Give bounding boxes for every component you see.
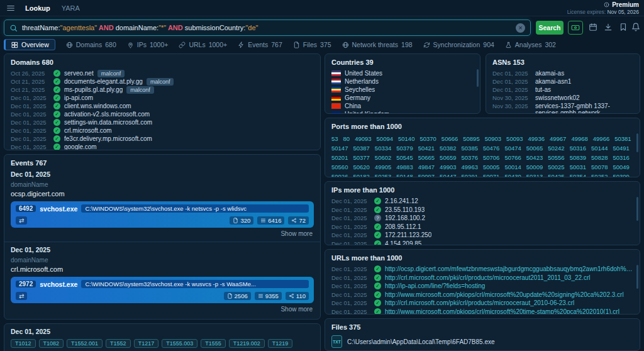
domain-link[interactable]: fe3cr.delivery.mp.microsoft.com: [64, 135, 152, 142]
section-tab[interactable]: URLs 1000+: [179, 41, 227, 48]
port-link[interactable]: 50839: [570, 154, 586, 161]
ip-link[interactable]: 208.95.112.1: [385, 223, 421, 230]
malconf-tag[interactable]: malconf: [126, 86, 154, 94]
port-link[interactable]: 49093: [355, 135, 371, 142]
port-link[interactable]: 50385: [462, 145, 478, 152]
port-link[interactable]: 50666: [441, 135, 458, 142]
port-link[interactable]: 49903: [440, 164, 456, 170]
port-link[interactable]: 50093: [506, 135, 523, 142]
port-link[interactable]: 50148: [396, 173, 413, 177]
process-card[interactable]: 6492 svchost.exe C:\WINDOWS\system32\svc…: [11, 201, 314, 228]
port-link[interactable]: 50354: [570, 173, 586, 177]
domain-link[interactable]: client.wns.windows.com: [64, 103, 131, 109]
country-row[interactable]: United States: [331, 69, 474, 77]
country-row[interactable]: Netherlands: [331, 77, 474, 86]
port-link[interactable]: 50140: [398, 135, 414, 142]
mitre-technique-tag[interactable]: T1219.002: [229, 339, 265, 348]
port-link[interactable]: 50065: [526, 145, 543, 152]
port-link[interactable]: 50025: [548, 164, 564, 170]
port-link[interactable]: 53: [331, 135, 338, 142]
malconf-tag[interactable]: malconf: [97, 70, 125, 77]
section-tab[interactable]: Files 375: [293, 41, 331, 48]
file-path-link[interactable]: C:\Users\admin\AppData\Local\Temp\6FAD7B…: [347, 338, 495, 345]
port-link[interactable]: 49847: [418, 164, 435, 170]
search-button[interactable]: Search: [536, 21, 564, 35]
port-link[interactable]: 50147: [331, 145, 348, 152]
url-link[interactable]: http://crl.microsoft.com/pki/crl/product…: [385, 274, 633, 281]
port-link[interactable]: 50097: [418, 173, 435, 177]
port-link[interactable]: 80: [343, 135, 350, 142]
section-tab[interactable]: Events 767: [238, 41, 282, 48]
port-link[interactable]: 50014: [504, 164, 521, 170]
event-field-value[interactable]: ocsp.digicert.com: [11, 190, 314, 198]
port-link[interactable]: 49883: [396, 164, 413, 170]
port-link[interactable]: 50474: [504, 145, 521, 152]
asn-link[interactable]: services-1337-gmbh 1337-services-gmbh-ne…: [535, 103, 633, 114]
ip-link[interactable]: 172.211.123.250: [385, 231, 431, 238]
port-link[interactable]: 50049: [613, 164, 629, 170]
section-tab[interactable]: Network threats 198: [342, 41, 413, 48]
section-tab[interactable]: Domains 680: [66, 41, 116, 48]
port-link[interactable]: 50665: [418, 154, 435, 161]
url-link[interactable]: http://www.microsoft.com/pkiops/crl/micr…: [385, 308, 633, 315]
search-bar[interactable]: threatName:"agenttesla" AND domainName:"…: [4, 20, 531, 36]
ip-link[interactable]: 23.55.110.193: [385, 206, 425, 213]
port-link[interactable]: 50377: [353, 154, 369, 161]
domain-link[interactable]: settings-win.data.microsoft.com: [64, 119, 152, 126]
top-nav-item[interactable]: Lookup: [25, 4, 50, 12]
search-query-input[interactable]: threatName:"agenttesla" AND domainName:"…: [22, 24, 511, 31]
port-link[interactable]: 50291: [462, 173, 478, 177]
domain-link[interactable]: crl.microsoft.com: [64, 127, 112, 134]
ip-link[interactable]: 2.16.241.12: [385, 198, 418, 204]
port-link[interactable]: 50659: [440, 154, 456, 161]
port-link[interactable]: 50316: [613, 154, 629, 161]
url-link[interactable]: http://www.microsoft.com/pkiops/crl/micr…: [385, 291, 633, 298]
show-more-link[interactable]: Show more: [12, 230, 313, 237]
scrollbar-thumb[interactable]: [636, 197, 638, 221]
mitre-technique-tag[interactable]: T1552: [106, 339, 131, 348]
port-link[interactable]: 49968: [571, 135, 587, 142]
scrollbar-thumb[interactable]: [477, 69, 479, 87]
asn-link[interactable]: akamai-as: [535, 70, 633, 77]
domain-link[interactable]: documents-elegant.at.ply.gg: [64, 78, 143, 85]
port-link[interactable]: 50370: [419, 135, 436, 142]
port-link[interactable]: 50381: [614, 135, 631, 142]
country-row[interactable]: Germany: [331, 94, 474, 102]
port-link[interactable]: 50387: [353, 145, 369, 152]
event-field-value[interactable]: crl.microsoft.com: [11, 265, 314, 273]
port-link[interactable]: 50078: [591, 164, 608, 170]
port-link[interactable]: 50828: [591, 154, 608, 161]
port-link[interactable]: 50309: [613, 173, 629, 177]
section-tab[interactable]: IPs 1000+: [127, 41, 169, 48]
mitre-technique-tag[interactable]: T1552.001: [67, 339, 103, 348]
url-link[interactable]: http://crl.microsoft.com/pki/crl/product…: [385, 299, 633, 306]
port-link[interactable]: 50706: [483, 154, 499, 161]
port-link[interactable]: 50560: [331, 164, 348, 170]
port-link[interactable]: 50201: [331, 154, 348, 161]
port-link[interactable]: 50316: [570, 145, 586, 152]
mitre-technique-tag[interactable]: T1555.003: [162, 339, 197, 348]
port-link[interactable]: 50313: [526, 173, 543, 177]
port-link[interactable]: 49963: [462, 164, 478, 170]
domain-link[interactable]: ms-pupils.gl.at.ply.gg: [64, 86, 123, 93]
mitre-technique-tag[interactable]: T1012: [11, 339, 36, 348]
port-link[interactable]: 50253: [375, 173, 391, 177]
asn-link[interactable]: tut-as: [535, 86, 633, 93]
port-link[interactable]: 50379: [396, 145, 413, 152]
port-link[interactable]: 50903: [485, 135, 501, 142]
port-link[interactable]: 49966: [593, 135, 609, 142]
top-nav-item[interactable]: YARA: [62, 4, 80, 12]
menu-icon[interactable]: [6, 4, 15, 13]
notifications-button[interactable]: [630, 21, 641, 33]
mitre-technique-tag[interactable]: T1217: [134, 339, 159, 348]
ip-link[interactable]: 4.154.209.85: [385, 240, 421, 245]
credits-button[interactable]: [568, 21, 583, 35]
domain-link[interactable]: activation-v2.sls.microsoft.com: [64, 111, 150, 118]
port-link[interactable]: 50382: [440, 145, 456, 152]
port-link[interactable]: 50009: [526, 164, 543, 170]
domain-link[interactable]: ip-api.com: [64, 94, 93, 101]
ip-link[interactable]: 192.168.100.2: [385, 214, 425, 221]
country-row[interactable]: China: [331, 102, 474, 110]
clear-search-icon[interactable]: ×: [516, 23, 525, 33]
asn-link[interactable]: swissnetwork02: [535, 94, 633, 101]
